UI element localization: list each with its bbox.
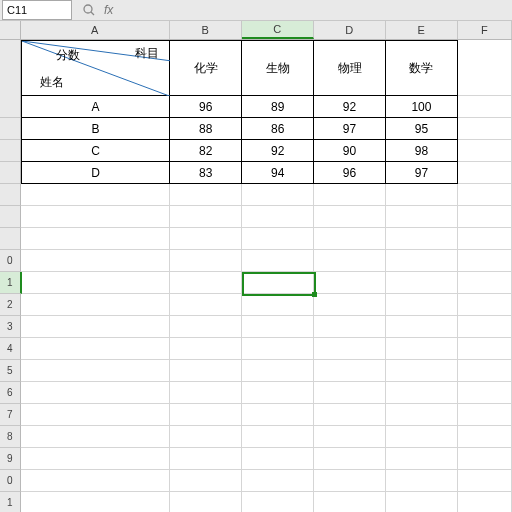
cell[interactable] — [170, 426, 242, 448]
cell[interactable] — [386, 272, 458, 294]
row-header[interactable]: 7 — [0, 404, 21, 426]
row-header[interactable] — [0, 118, 21, 140]
cell[interactable] — [170, 382, 242, 404]
row-header[interactable]: 1 — [0, 272, 22, 294]
cell[interactable] — [386, 294, 458, 316]
cell[interactable] — [314, 184, 386, 206]
cell[interactable] — [458, 40, 512, 96]
cell[interactable] — [242, 338, 314, 360]
cell[interactable] — [314, 470, 386, 492]
cell[interactable] — [242, 316, 314, 338]
cell[interactable] — [21, 404, 170, 426]
cell[interactable] — [386, 338, 458, 360]
row-header[interactable]: 2 — [0, 294, 21, 316]
cell[interactable] — [458, 206, 512, 228]
score-cell[interactable]: 89 — [242, 96, 314, 118]
subject-header[interactable]: 物理 — [314, 40, 386, 96]
row-header[interactable]: 0 — [0, 250, 21, 272]
row-header[interactable]: 5 — [0, 360, 21, 382]
cell[interactable] — [170, 294, 242, 316]
name-cell[interactable]: C — [21, 140, 171, 162]
cell[interactable] — [21, 206, 170, 228]
cell[interactable] — [386, 470, 458, 492]
cell[interactable] — [21, 338, 170, 360]
score-cell[interactable]: 83 — [170, 162, 242, 184]
cell[interactable] — [242, 360, 314, 382]
cell[interactable] — [170, 228, 242, 250]
cell[interactable] — [458, 140, 512, 162]
cell[interactable] — [458, 96, 512, 118]
row-header[interactable]: 6 — [0, 382, 21, 404]
select-all-corner[interactable] — [0, 21, 21, 39]
cell[interactable] — [242, 228, 314, 250]
cell[interactable] — [22, 272, 171, 294]
cell[interactable] — [170, 316, 242, 338]
score-cell[interactable]: 97 — [314, 118, 386, 140]
score-cell[interactable]: 98 — [386, 140, 458, 162]
cell[interactable] — [314, 294, 386, 316]
cell[interactable] — [21, 360, 170, 382]
subject-header[interactable]: 生物 — [242, 40, 314, 96]
diagonal-header-cell[interactable]: 分数 科目 姓名 — [21, 40, 171, 96]
cell[interactable] — [242, 294, 314, 316]
col-header-B[interactable]: B — [170, 21, 242, 39]
col-header-D[interactable]: D — [314, 21, 386, 39]
cell[interactable] — [21, 448, 170, 470]
sheet-grid[interactable]: 分数 科目 姓名 化学 生物 物理 数学 A 96 89 92 100 B 88… — [0, 40, 512, 512]
row-header[interactable] — [0, 184, 21, 206]
col-header-F[interactable]: F — [458, 21, 512, 39]
cell[interactable] — [386, 448, 458, 470]
cell[interactable] — [21, 426, 170, 448]
cell-selected[interactable] — [242, 272, 314, 294]
cell[interactable] — [386, 184, 458, 206]
cell[interactable] — [242, 426, 314, 448]
cell[interactable] — [242, 250, 314, 272]
score-cell[interactable]: 97 — [386, 162, 458, 184]
cell[interactable] — [170, 338, 242, 360]
cell[interactable] — [386, 492, 458, 512]
row-header[interactable]: 1 — [0, 492, 21, 512]
cell[interactable] — [458, 184, 512, 206]
score-cell[interactable]: 92 — [242, 140, 314, 162]
cell[interactable] — [170, 272, 242, 294]
cell[interactable] — [458, 162, 512, 184]
cell[interactable] — [458, 228, 512, 250]
cell[interactable] — [170, 448, 242, 470]
cell[interactable] — [314, 206, 386, 228]
score-cell[interactable]: 96 — [314, 162, 386, 184]
cell[interactable] — [458, 294, 512, 316]
score-cell[interactable]: 100 — [386, 96, 458, 118]
row-header[interactable] — [0, 162, 21, 184]
score-cell[interactable]: 96 — [170, 96, 242, 118]
row-header[interactable] — [0, 228, 21, 250]
cell[interactable] — [314, 272, 386, 294]
col-header-A[interactable]: A — [21, 21, 170, 39]
row-header[interactable] — [0, 40, 21, 97]
cell[interactable] — [170, 404, 242, 426]
cell[interactable] — [170, 184, 242, 206]
cell[interactable] — [21, 470, 170, 492]
row-header[interactable]: 8 — [0, 426, 21, 448]
cell[interactable] — [170, 470, 242, 492]
score-cell[interactable]: 82 — [170, 140, 242, 162]
cell[interactable] — [458, 272, 512, 294]
cell[interactable] — [458, 382, 512, 404]
fx-icon[interactable]: fx — [104, 3, 113, 17]
cell[interactable] — [314, 228, 386, 250]
row-header[interactable]: 9 — [0, 448, 21, 470]
cell[interactable] — [242, 206, 314, 228]
cell[interactable] — [242, 470, 314, 492]
row-header[interactable]: 3 — [0, 316, 21, 338]
cell[interactable] — [386, 228, 458, 250]
cell[interactable] — [314, 250, 386, 272]
score-cell[interactable]: 94 — [242, 162, 314, 184]
cell[interactable] — [386, 250, 458, 272]
cell[interactable] — [314, 404, 386, 426]
cell[interactable] — [314, 426, 386, 448]
cell[interactable] — [386, 360, 458, 382]
cell[interactable] — [458, 338, 512, 360]
cell[interactable] — [314, 338, 386, 360]
subject-header[interactable]: 数学 — [386, 40, 458, 96]
cell[interactable] — [458, 470, 512, 492]
cell[interactable] — [458, 404, 512, 426]
